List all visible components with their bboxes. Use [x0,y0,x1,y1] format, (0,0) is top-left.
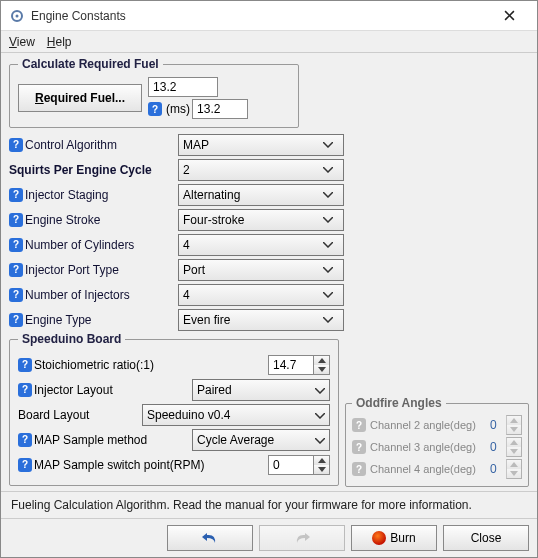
oddfire-group: Oddfire Angles ? Channel 2 angle(deg) 0 … [345,396,529,487]
chevron-down-icon [323,267,339,273]
stoich-input[interactable] [268,355,314,375]
map-switch-spinner[interactable] [268,455,330,475]
stoich-spinner[interactable] [268,355,330,375]
help-icon[interactable]: ? [9,238,23,252]
button-bar: Burn Close [1,518,537,557]
undo-icon [201,531,219,545]
board-layout-select[interactable]: Speeduino v0.4 [142,404,330,426]
chevron-down-icon [323,167,339,173]
row-control-algorithm: ?Control Algorithm MAP [9,132,344,157]
menu-help[interactable]: Help [47,35,72,49]
help-icon[interactable]: ? [18,358,32,372]
row-num-injectors: ?Number of Injectors 4 [9,282,344,307]
close-button[interactable]: Close [443,525,529,551]
engine-stroke-select[interactable]: Four-stroke [178,209,344,231]
svg-point-1 [16,14,19,17]
row-oddfire-ch4: ? Channel 4 angle(deg) 0 [352,458,522,480]
help-icon: ? [352,440,366,454]
chevron-down-icon [315,383,325,397]
oddfire-ch4-spinner [506,459,522,479]
row-engine-type: ?Engine Type Even fire [9,307,344,332]
speeduino-legend: Speeduino Board [18,332,125,346]
row-engine-stroke: ?Engine Stroke Four-stroke [9,207,344,232]
injector-port-type-select[interactable]: Port [178,259,344,281]
row-injector-staging: ?Injector Staging Alternating [9,182,344,207]
chevron-down-icon [315,433,325,447]
close-icon [504,10,515,21]
required-fuel-button[interactable]: Required Fuel... [18,84,142,112]
redo-icon [293,531,311,545]
status-bar: Fueling Calculation Algorithm. Read the … [1,491,537,518]
ms-label: (ms) [166,102,190,116]
row-oddfire-ch2: ? Channel 2 angle(deg) 0 [352,414,522,436]
menu-view[interactable]: View [9,35,35,49]
help-icon[interactable]: ? [9,213,23,227]
squirts-per-cycle-select[interactable]: 2 [178,159,344,181]
burn-button[interactable]: Burn [351,525,437,551]
title-bar: Engine Constants [1,1,537,31]
oddfire-legend: Oddfire Angles [352,396,446,410]
map-sample-select[interactable]: Cycle Average [192,429,330,451]
app-icon [9,8,25,24]
row-num-cylinders: ?Number of Cylinders 4 [9,232,344,257]
redo-button [259,525,345,551]
num-injectors-select[interactable]: 4 [178,284,344,306]
spin-down[interactable] [314,365,329,374]
row-injector-layout: ?Injector Layout Paired [18,377,330,402]
oddfire-ch2-spinner [506,415,522,435]
spin-down[interactable] [314,465,329,474]
help-icon: ? [352,462,366,476]
content-area: Calculate Required Fuel Required Fuel...… [1,53,537,491]
help-icon[interactable]: ? [9,188,23,202]
chevron-down-icon [323,192,339,198]
injector-staging-select[interactable]: Alternating [178,184,344,206]
row-squirts-per-cycle: Squirts Per Engine Cycle 2 [9,157,344,182]
chevron-down-icon [315,408,325,422]
num-cylinders-select[interactable]: 4 [178,234,344,256]
required-fuel-group: Calculate Required Fuel Required Fuel...… [9,57,299,128]
chevron-down-icon [323,242,339,248]
map-switch-input[interactable] [268,455,314,475]
help-icon[interactable]: ? [18,433,32,447]
spin-up[interactable] [314,356,329,365]
burn-icon [372,531,386,545]
row-stoich: ?Stoichiometric ratio(:1) [18,352,330,377]
spin-up[interactable] [314,456,329,465]
required-fuel-ms-value[interactable] [192,99,248,119]
speeduino-board-group: Speeduino Board ?Stoichiometric ratio(:1… [9,332,339,486]
close-window-button[interactable] [489,2,529,30]
row-oddfire-ch3: ? Channel 3 angle(deg) 0 [352,436,522,458]
row-map-sample: ?MAP Sample method Cycle Average [18,427,330,452]
control-algorithm-select[interactable]: MAP [178,134,344,156]
injector-layout-select[interactable]: Paired [192,379,330,401]
help-icon[interactable]: ? [18,383,32,397]
window-title: Engine Constants [31,9,489,23]
oddfire-ch3-spinner [506,437,522,457]
row-board-layout: Board Layout Speeduino v0.4 [18,402,330,427]
undo-button[interactable] [167,525,253,551]
required-fuel-legend: Calculate Required Fuel [18,57,163,71]
help-icon[interactable]: ? [9,263,23,277]
engine-type-select[interactable]: Even fire [178,309,344,331]
help-icon[interactable]: ? [148,102,162,116]
help-icon: ? [352,418,366,432]
chevron-down-icon [323,142,339,148]
required-fuel-value[interactable] [148,77,218,97]
help-icon[interactable]: ? [9,313,23,327]
chevron-down-icon [323,292,339,298]
help-icon[interactable]: ? [9,288,23,302]
row-injector-port-type: ?Injector Port Type Port [9,257,344,282]
chevron-down-icon [323,317,339,323]
chevron-down-icon [323,217,339,223]
help-icon[interactable]: ? [9,138,23,152]
help-icon[interactable]: ? [18,458,32,472]
row-map-switch: ?MAP Sample switch point(RPM) [18,452,330,477]
menu-bar: View Help [1,31,537,53]
